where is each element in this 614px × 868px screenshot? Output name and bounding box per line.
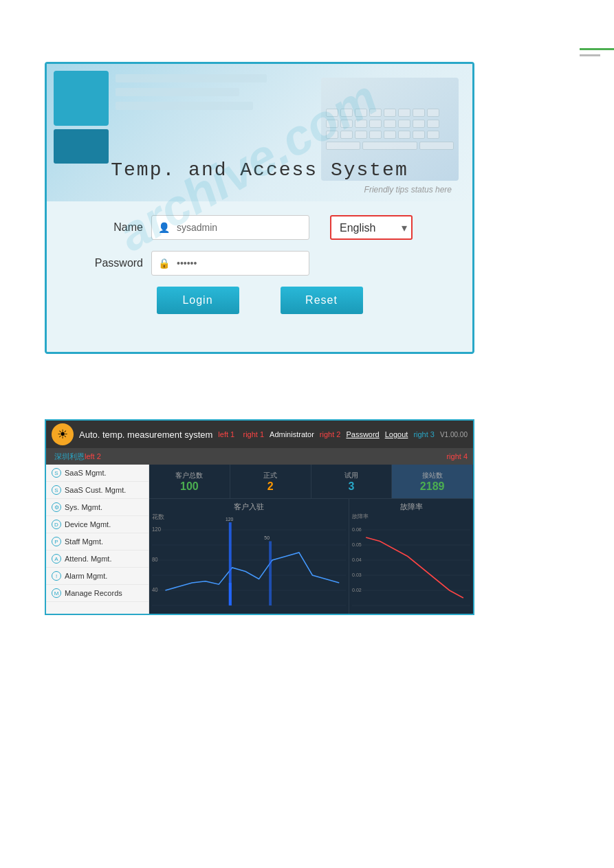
svg-text:50: 50 [264, 535, 270, 542]
svg-text:0.04: 0.04 [352, 557, 362, 563]
user-icon: 👤 [158, 222, 170, 233]
menu-item-device[interactable]: D Device Mgmt. [46, 516, 149, 533]
attend-mgmt-icon: A [52, 554, 61, 564]
stat-label-stations: 接站数 [422, 471, 443, 480]
menu-label-staff: Staff Mgmt. [65, 537, 103, 546]
stats-row: 客户总数 100 正式 2 试用 3 接站数 2189 [149, 465, 473, 499]
svg-text:80: 80 [152, 556, 158, 564]
stat-value-formal: 2 [267, 480, 274, 493]
dash-label-right4: right 4 [446, 452, 468, 460]
dash-label-left1: left 1 [218, 430, 234, 438]
svg-text:120: 120 [152, 526, 161, 533]
reset-button[interactable]: Reset [281, 287, 363, 314]
dash-version: V1.00.00 [440, 431, 468, 438]
language-select-container: English 中文 [330, 215, 413, 240]
menu-label-saas-cust: SaaS Cust. Mgmt. [65, 486, 126, 494]
stat-value-total: 100 [180, 480, 199, 493]
password-row: Password 🔒 [88, 251, 431, 276]
menu-item-records[interactable]: M Manage Records [46, 585, 149, 602]
svg-text:120: 120 [226, 515, 233, 522]
chart-left-title: 客户入驻 [152, 502, 346, 512]
device-mgmt-icon: D [52, 520, 61, 529]
menu-item-saas-mgmt[interactable]: S SaaS Mgmt. [46, 465, 149, 482]
dashboard-screenshot: ☀ Auto. temp. measurement system left 1 … [45, 419, 474, 615]
menu-label-saas-mgmt: SaaS Mgmt. [65, 469, 107, 477]
menu-label-alarm: Alarm Mgmt. [65, 572, 107, 580]
corner-decoration [580, 48, 614, 56]
login-button[interactable]: Login [157, 287, 239, 314]
chart-right-svg: 0.06 0.05 0.04 0.03 0.02 [352, 515, 470, 613]
company-name: 深圳利恩 [54, 452, 85, 462]
stat-trial: 试用 3 [311, 465, 393, 498]
dashboard-body: S SaaS Mgmt. S SaaS Cust. Mgmt. ⚙ Sys. M… [46, 465, 473, 615]
staff-mgmt-icon: P [52, 537, 61, 546]
dash-password-link[interactable]: Password [346, 430, 379, 438]
svg-text:0.05: 0.05 [352, 542, 362, 548]
svg-text:0.03: 0.03 [352, 572, 362, 578]
decorative-lines [116, 74, 287, 115]
menu-label-attend: Attend. Mgmt. [65, 555, 111, 563]
dashboard-app-name: Auto. temp. measurement system [79, 430, 212, 440]
svg-text:40: 40 [152, 586, 158, 594]
charts-area: 客户入驻 花数 120 80 40 [149, 499, 473, 615]
chart-left: 客户入驻 花数 120 80 40 [149, 499, 349, 615]
app-subtitle: Friendly tips status here [364, 185, 452, 194]
name-label: Name [88, 221, 143, 234]
dash-label-right3: right 3 [413, 430, 435, 438]
svg-rect-11 [269, 542, 272, 606]
chart-right: 故障率 故障率 0.06 0.05 0.04 0.03 [349, 499, 473, 615]
password-input-wrap: 🔒 [151, 251, 309, 276]
password-input[interactable] [151, 251, 309, 276]
dash-label-right1: right 1 [243, 430, 264, 438]
language-selector-wrap: English 中文 [330, 215, 413, 240]
stat-value-stations: 2189 [420, 480, 445, 493]
dashboard-main: 客户总数 100 正式 2 试用 3 接站数 2189 [149, 465, 473, 615]
chart-right-y-label: 故障率 [352, 513, 369, 520]
svg-rect-10 [229, 583, 232, 605]
menu-label-sys: Sys. Mgmt. [65, 503, 102, 511]
name-row: Name 👤 English 中文 [88, 215, 431, 240]
stat-stations: 接站数 2189 [392, 465, 473, 498]
dashboard-right-area: right 1 Administrator right 2 Password L… [243, 430, 468, 438]
saas-cust-icon: S [52, 485, 61, 495]
svg-text:0.02: 0.02 [352, 587, 362, 593]
menu-item-attend[interactable]: A Attend. Mgmt. [46, 550, 149, 568]
dash-label-right2: right 2 [320, 430, 341, 438]
login-buttons-row: Login Reset [88, 287, 431, 314]
menu-item-sys[interactable]: ⚙ Sys. Mgmt. [46, 499, 149, 516]
menu-item-staff[interactable]: P Staff Mgmt. [46, 533, 149, 550]
language-select[interactable]: English 中文 [330, 215, 413, 240]
username-input[interactable] [151, 215, 309, 240]
dashboard-sidebar: S SaaS Mgmt. S SaaS Cust. Mgmt. ⚙ Sys. M… [46, 465, 149, 615]
blue-block-large [54, 71, 109, 126]
name-input-wrap: 👤 [151, 215, 309, 240]
saas-mgmt-icon: S [52, 468, 61, 478]
menu-label-records: Manage Records [65, 589, 122, 597]
chart-left-y-label: 花数 [152, 513, 164, 522]
app-title: Temp. and Access System [111, 159, 408, 181]
stat-value-trial: 3 [348, 480, 354, 493]
chart-left-svg: 120 80 40 120 50 [152, 515, 346, 613]
dashboard-subbar: 深圳利恩 left 2 right 4 [46, 448, 473, 465]
dash-user: Administrator [270, 430, 314, 438]
lock-icon: 🔒 [158, 258, 170, 269]
login-screenshot: Temp. and Access System Friendly tips st… [45, 62, 474, 354]
menu-label-device: Device Mgmt. [65, 520, 111, 528]
dash-label-left2: left 2 [85, 452, 101, 460]
alarm-mgmt-icon: ! [52, 571, 61, 581]
chart-right-title: 故障率 [352, 502, 470, 512]
password-label: Password [88, 257, 143, 269]
stat-formal: 正式 2 [230, 465, 311, 498]
sys-mgmt-icon: ⚙ [52, 502, 61, 512]
dashboard-topbar: ☀ Auto. temp. measurement system left 1 … [46, 421, 473, 448]
blue-block-small [54, 129, 109, 164]
manage-records-icon: M [52, 588, 61, 598]
menu-item-saas-cust[interactable]: S SaaS Cust. Mgmt. [46, 482, 149, 499]
svg-text:0.06: 0.06 [352, 526, 362, 533]
stat-label-formal: 正式 [263, 471, 277, 480]
menu-item-alarm[interactable]: ! Alarm Mgmt. [46, 568, 149, 585]
stat-total-clients: 客户总数 100 [149, 465, 230, 498]
stat-label-total: 客户总数 [175, 471, 203, 480]
dash-logout-link[interactable]: Logout [385, 430, 408, 438]
login-form: Name 👤 English 中文 Password 🔒 [47, 201, 472, 328]
